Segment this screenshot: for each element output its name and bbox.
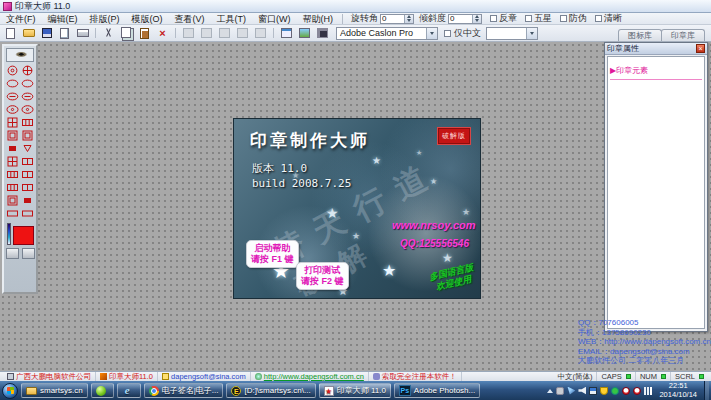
oval-seal-center-icon[interactable]: [5, 103, 20, 116]
align-button-2[interactable]: [198, 26, 215, 41]
rect-seal-bars-icon[interactable]: [5, 168, 20, 181]
menu-file[interactable]: 文件(F): [0, 13, 42, 25]
taskbar-item-sphere[interactable]: [91, 383, 114, 398]
status-dot-icon[interactable]: [611, 387, 619, 395]
skew-label: 倾斜度: [419, 12, 446, 25]
separator: [95, 28, 96, 38]
rotation-input[interactable]: [381, 15, 404, 23]
taskbar-item-photoshop[interactable]: Adobe Photosh...: [394, 383, 480, 398]
square-seal-grid-icon[interactable]: [5, 116, 20, 129]
align-button-5[interactable]: [252, 26, 269, 41]
oval-seal-icon[interactable]: [5, 77, 20, 90]
status-email-link[interactable]: dapengsoft@sina.com: [158, 372, 251, 381]
align-button-3[interactable]: [216, 26, 233, 41]
copy-button[interactable]: [118, 26, 135, 41]
square-seal-frame-icon[interactable]: [5, 194, 20, 207]
print-test-line2: 请按 F2 键: [301, 276, 344, 287]
cut-button[interactable]: [100, 26, 117, 41]
only-chinese-checkbox[interactable]: [444, 30, 451, 37]
style-select[interactable]: [486, 27, 538, 40]
paste-button[interactable]: [136, 26, 153, 41]
print-button[interactable]: [74, 26, 91, 41]
menu-help[interactable]: 帮助(H): [297, 13, 340, 25]
show-desktop-button[interactable]: [704, 381, 709, 400]
rect-seal-icon[interactable]: [5, 207, 20, 220]
globe-icon: [255, 373, 262, 380]
tab-icon-library[interactable]: 图标库: [618, 29, 662, 41]
mirror-seal-checkbox[interactable]: [490, 15, 497, 22]
taskbar-clock[interactable]: 22:51 2014/10/14: [655, 382, 701, 399]
round-seal-grid-icon[interactable]: [20, 64, 35, 77]
chevron-down-icon[interactable]: [426, 28, 437, 39]
oval-seal-text-icon[interactable]: [5, 90, 20, 103]
volume-icon[interactable]: [578, 387, 586, 395]
start-button[interactable]: [2, 383, 18, 399]
taskbar-item-ie[interactable]: [117, 383, 141, 398]
menu-window[interactable]: 窗口(W): [252, 13, 297, 25]
solid-seal-icon[interactable]: [5, 142, 20, 155]
menu-layout[interactable]: 排版(P): [84, 13, 126, 25]
chevron-down-icon[interactable]: [526, 28, 537, 39]
menu-edit[interactable]: 编辑(E): [42, 13, 84, 25]
rect-seal-bars-icon[interactable]: [20, 116, 35, 129]
qq-icon-2[interactable]: [633, 387, 641, 395]
open-button[interactable]: [20, 26, 37, 41]
skew-spinner[interactable]: [448, 14, 482, 24]
menu-tools[interactable]: 工具(T): [211, 13, 253, 25]
spinner-arrows-icon[interactable]: [404, 15, 413, 23]
signal-bars-icon[interactable]: [644, 387, 652, 395]
solid-seal-icon[interactable]: [20, 194, 35, 207]
pointer-icon[interactable]: [567, 387, 575, 395]
stamp-tool-icon[interactable]: [6, 248, 19, 259]
window-tool-button[interactable]: [278, 26, 295, 41]
anti-fake-checkbox[interactable]: [560, 15, 567, 22]
round-seal-star-icon[interactable]: [5, 64, 20, 77]
close-icon[interactable]: [696, 44, 705, 53]
square-seal-frame-icon[interactable]: [20, 129, 35, 142]
separator: [273, 28, 274, 38]
oval-seal-text-icon[interactable]: [20, 90, 35, 103]
five-star-checkbox[interactable]: [525, 15, 532, 22]
taskbar-item-explorer[interactable]: [D:]\smartsys.cn\...: [226, 383, 315, 398]
font-select[interactable]: Adobe Caslon Pro: [336, 27, 438, 40]
oval-seal-icon[interactable]: [20, 77, 35, 90]
tab-seal-library[interactable]: 印章库: [661, 29, 705, 41]
taskbar-item-seal-master[interactable]: 印章大师 11.0: [319, 383, 391, 398]
action-center-flag-icon[interactable]: [589, 387, 597, 395]
align-button-4[interactable]: [234, 26, 251, 41]
square-seal-grid-icon[interactable]: [5, 155, 20, 168]
taskbar-item-browser[interactable]: 电子签名|电子...: [144, 383, 224, 398]
rect-seal-bars-icon[interactable]: [5, 181, 20, 194]
rect-seal-icon[interactable]: [20, 207, 35, 220]
taskbar-item-folder[interactable]: smartsys.cn: [21, 383, 88, 398]
menu-template[interactable]: 模版(O): [126, 13, 169, 25]
rect-seal-split-icon[interactable]: [20, 168, 35, 181]
image-tool-button[interactable]: [296, 26, 313, 41]
hue-bar[interactable]: [7, 223, 11, 245]
rect-seal-split-icon[interactable]: [20, 181, 35, 194]
hand-tool-icon[interactable]: [22, 248, 35, 259]
briefcase-icon[interactable]: [556, 387, 564, 395]
qq-icon[interactable]: [622, 387, 630, 395]
square-seal-frame-icon[interactable]: [5, 129, 20, 142]
splash-website: www.nrsoy.com: [392, 219, 476, 231]
align-button-1[interactable]: [180, 26, 197, 41]
oval-seal-center-icon[interactable]: [20, 103, 35, 116]
save-button[interactable]: [38, 26, 55, 41]
seal-color-swatch[interactable]: [13, 226, 34, 245]
new-button[interactable]: [2, 26, 19, 41]
delete-button[interactable]: ×: [154, 26, 171, 41]
triangle-seal-icon[interactable]: [20, 142, 35, 155]
skew-input[interactable]: [449, 15, 472, 23]
rotation-spinner[interactable]: [380, 14, 414, 24]
rect-seal-split-icon[interactable]: [20, 155, 35, 168]
status-web-link[interactable]: http://www.dapengsoft.com.cn: [251, 372, 369, 381]
tray-overflow-icon[interactable]: [547, 389, 553, 393]
seal-elements-header: ▶印章元素: [610, 66, 648, 75]
shield-icon[interactable]: [600, 387, 608, 395]
grid-tool-button[interactable]: [314, 26, 331, 41]
spinner-arrows-icon[interactable]: [472, 15, 481, 23]
preview-button[interactable]: [56, 26, 73, 41]
menu-view[interactable]: 查看(V): [169, 13, 211, 25]
sharp-checkbox[interactable]: [595, 15, 602, 22]
